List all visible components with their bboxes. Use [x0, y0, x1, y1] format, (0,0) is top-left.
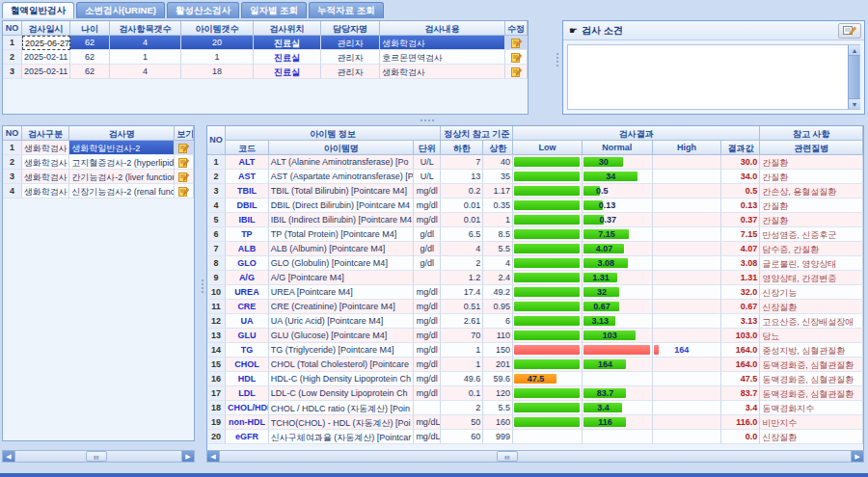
cell-test-name[interactable]: 고지혈증검사-2 (hyperlipidemi	[69, 155, 175, 170]
test-group-row[interactable]: 3생화학검사간기능검사-2 (liver function tes	[3, 170, 194, 184]
cell-related-disease[interactable]: 만성염증, 신증후군	[760, 227, 863, 242]
cell-high-limit[interactable]: 1	[483, 213, 513, 227]
cell-low-limit[interactable]: 0.01	[441, 213, 483, 227]
cell-item-name[interactable]: A/G [Pointcare M4]	[269, 271, 415, 285]
cell-related-disease[interactable]: 동맥경화증, 심혈관질환	[760, 372, 863, 386]
result-row[interactable]: 8GLOGLO (Globulin) [Pointcare M4]g/dl243…	[207, 256, 863, 271]
cell-related-disease[interactable]: 간손상, 용혈설질환	[760, 184, 863, 199]
result-row[interactable]: 18CHOL/HDLCHOL / HDLC ratio (자동계산) [Poin…	[207, 401, 863, 415]
cell-result-value[interactable]: 3.4	[721, 401, 760, 415]
main-horizontal-scrollbar[interactable]: ◀ ▶	[206, 450, 864, 463]
cell-high-limit[interactable]: 999	[483, 430, 513, 444]
cell-code[interactable]: GLU	[226, 329, 269, 343]
scrollbar-thumb[interactable]	[497, 451, 518, 462]
cell-content[interactable]: 생화학검사	[380, 65, 505, 79]
cell-item-name[interactable]: TBIL (Total Bilirubin) [Pointcare M4]	[269, 184, 415, 199]
cell-exam-date[interactable]: 2025-02-11	[22, 50, 70, 65]
cell-result-value[interactable]: 0.67	[721, 300, 760, 314]
cell-code[interactable]: A/G	[226, 271, 269, 285]
cell-result-value[interactable]: 0.5	[721, 184, 760, 199]
cell-no[interactable]: 8	[207, 256, 226, 271]
cell-group-count[interactable]: 1	[110, 50, 181, 65]
cell-low-limit[interactable]: 4	[441, 242, 483, 256]
scrollbar-thumb[interactable]	[86, 451, 107, 462]
cell-result-value[interactable]: 30.0	[721, 155, 760, 170]
cell-manager[interactable]: 관리자	[321, 65, 380, 79]
edit-opinion-button[interactable]	[838, 23, 861, 39]
cell-result-value[interactable]: 0.37	[721, 213, 760, 227]
cell-result-value[interactable]: 116.0	[721, 415, 760, 430]
top-vertical-splitter[interactable]	[555, 53, 559, 66]
result-row[interactable]: 5IBILIBIL (Indirect Bilirubin) [Pointcar…	[207, 213, 863, 227]
cell-low-limit[interactable]: 1	[441, 343, 483, 358]
cell-no[interactable]: 17	[207, 386, 226, 401]
cell-no[interactable]: 10	[207, 285, 226, 300]
cell-item-name[interactable]: GLU (Glucose) [Pointcare M4]	[269, 329, 415, 343]
cell-related-disease[interactable]: 동맥경화증, 심혈관질환	[760, 386, 863, 401]
cell-high-limit[interactable]: 59.6	[483, 372, 513, 386]
cell-item-name[interactable]: TCHO(CHOL) - HDL (자동계산) [Poi	[269, 415, 415, 430]
result-row[interactable]: 1ALTALT (Alanine Aminotransferase) [PoU/…	[207, 155, 863, 170]
cell-unit[interactable]: mg/dl	[414, 329, 441, 343]
cell-related-disease[interactable]: 동맥경화증, 심혈관질환	[760, 358, 863, 372]
cell-high-limit[interactable]: 5.5	[483, 242, 513, 256]
cell-high-limit[interactable]: 5.5	[483, 401, 513, 415]
cell-unit[interactable]: U/L	[414, 155, 441, 170]
tab-1[interactable]: 혈액일반검사	[2, 2, 74, 18]
scroll-right-icon[interactable]: ▶	[181, 451, 194, 462]
cell-related-disease[interactable]: 간질환	[760, 213, 863, 227]
cell-low-limit[interactable]: 7	[441, 155, 483, 170]
cell-low-limit[interactable]: 1	[441, 358, 483, 372]
cell-no[interactable]: 3	[3, 65, 22, 79]
cell-result-value[interactable]: 0.0	[721, 430, 760, 444]
cell-group-count[interactable]: 4	[110, 65, 181, 79]
exam-row[interactable]: 22025-02-116211진료실관리자호르몬면역검사	[3, 50, 528, 65]
cell-no[interactable]: 6	[207, 227, 226, 242]
cell-related-disease[interactable]: 비만지수	[760, 415, 863, 430]
cell-content[interactable]: 호르몬면역검사	[380, 50, 505, 65]
cell-result-value[interactable]: 4.07	[721, 242, 760, 256]
test-group-row[interactable]: 4생화학검사신장기능검사-2 (renal function	[3, 184, 194, 199]
cell-high-limit[interactable]: 35	[483, 170, 513, 184]
cell-no[interactable]: 9	[207, 271, 226, 285]
scroll-left-icon[interactable]: ◀	[207, 451, 220, 462]
cell-high-limit[interactable]: 8.5	[483, 227, 513, 242]
result-row[interactable]: 16HDLHDL-C (High Density Lipoprotein Chm…	[207, 372, 863, 386]
cell-high-limit[interactable]: 150	[483, 343, 513, 358]
opinion-textarea[interactable]: ▲ ▼	[567, 44, 860, 110]
cell-location[interactable]: 진료실	[254, 65, 321, 79]
cell-item-name[interactable]: CRE (Creatinine) [Pointcare M4]	[269, 300, 415, 314]
cell-exam-date[interactable]: 2025-02-11	[22, 65, 70, 79]
cell-code[interactable]: AST	[226, 170, 269, 184]
cell-low-limit[interactable]: 2	[441, 401, 483, 415]
cell-unit[interactable]: mg/dl	[414, 372, 441, 386]
cell-high-limit[interactable]: 0.95	[483, 300, 513, 314]
view-test-button[interactable]	[175, 155, 194, 170]
test-group-row[interactable]: 2생화학검사고지혈증검사-2 (hyperlipidemi	[3, 155, 194, 170]
result-row[interactable]: 9A/GA/G [Pointcare M4]1.22.41.311.31영양상태…	[207, 271, 863, 285]
cell-related-disease[interactable]: 고요산증, 신장배설장애	[760, 314, 863, 329]
cell-code[interactable]: non-HDL	[226, 415, 269, 430]
cell-related-disease[interactable]: 중성지방, 심혈관질환	[760, 343, 863, 358]
cell-result-value[interactable]: 3.08	[721, 256, 760, 271]
cell-unit[interactable]	[414, 271, 441, 285]
view-test-button[interactable]	[175, 141, 194, 155]
result-row[interactable]: 3TBILTBIL (Total Bilirubin) [Pointcare M…	[207, 184, 863, 199]
cell-unit[interactable]: mg/dL	[414, 430, 441, 444]
cell-test-name[interactable]: 간기능검사-2 (liver function tes	[69, 170, 175, 184]
cell-item-count[interactable]: 18	[181, 65, 254, 79]
cell-code[interactable]: CHOL/HDL	[226, 401, 269, 415]
cell-low-limit[interactable]: 50	[441, 415, 483, 430]
cell-related-disease[interactable]: 신장질환	[760, 430, 863, 444]
cell-item-name[interactable]: AST (Aspartate Aminotransferase) [P	[269, 170, 415, 184]
cell-item-name[interactable]: 신사구체여과율 (자동계산) [Pointcar	[269, 430, 415, 444]
cell-no[interactable]: 13	[207, 329, 226, 343]
cell-manager[interactable]: 관리자	[321, 50, 380, 65]
cell-code[interactable]: TG	[226, 343, 269, 358]
cell-related-disease[interactable]: 간질환	[760, 199, 863, 213]
cell-no[interactable]: 11	[207, 300, 226, 314]
cell-unit[interactable]: mg/dl	[414, 184, 441, 199]
result-row[interactable]: 4DBILDBIL (Direct Bilirubin) [Pointcare …	[207, 199, 863, 213]
cell-no[interactable]: 12	[207, 314, 226, 329]
cell-item-name[interactable]: TG (Triglyceride) [Pointcare M4]	[269, 343, 415, 358]
